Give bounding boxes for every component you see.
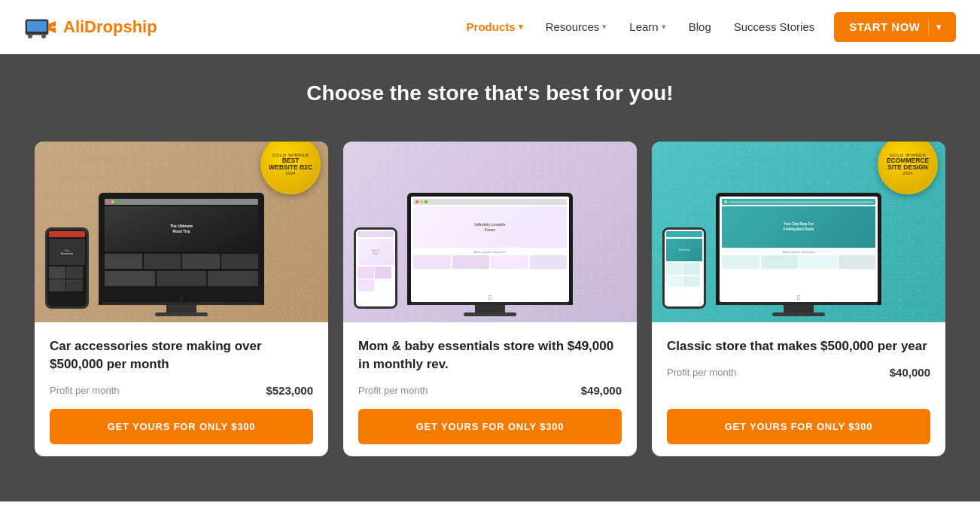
cta-button-baby[interactable]: GET YOURS FOR ONLY $300 — [358, 409, 622, 444]
products-label: Products — [467, 20, 516, 33]
nav-item-resources[interactable]: Resources ▾ — [537, 14, 616, 39]
desktop-mock-baby: Infinitely LovableFaces Most popular cat… — [407, 193, 573, 316]
desktop-screen-car: The UltimateRoad Trip — [102, 197, 260, 302]
profit-row-classic: Profit per month $40,000 — [667, 366, 930, 379]
products-chevron-icon: ▾ — [519, 22, 523, 32]
badge-year-classic: 2024 — [902, 171, 912, 175]
nav-item-learn[interactable]: Learn ▾ — [620, 14, 674, 39]
nav-item-products[interactable]: Products ▾ — [458, 14, 532, 39]
cta-button-car[interactable]: GET YOURS FOR ONLY $300 — [50, 409, 313, 444]
badge-main-classic: ECOMMERCE SITE DESIGN — [885, 157, 930, 172]
profit-label-car: Profit per month — [50, 385, 120, 396]
store-preview-baby: Mom &Baby — [343, 142, 637, 322]
nav-links: Products ▾ Resources ▾ Learn ▾ Blog Succ… — [458, 12, 956, 42]
card-body-car: Car accessories store making over $500,0… — [35, 322, 328, 456]
phone-screen-classic: Best Deals — [665, 230, 704, 306]
phone-screen-baby: Mom &Baby — [356, 230, 395, 306]
svg-rect-1 — [27, 21, 47, 32]
start-now-divider — [928, 20, 929, 35]
profit-value-baby: $49,000 — [581, 384, 622, 397]
nav-item-success-stories[interactable]: Success Stories — [725, 14, 824, 39]
start-now-button[interactable]: START NOW ▾ — [834, 12, 956, 42]
card-image-baby: Mom &Baby — [343, 142, 637, 322]
resources-chevron-icon: ▾ — [602, 22, 607, 32]
card-title-car: Car accessories store making over $500,0… — [50, 337, 313, 373]
cards-container: CarAccessories — [18, 142, 962, 456]
profit-value-car: $523,000 — [266, 384, 313, 397]
profit-value-classic: $40,000 — [890, 366, 930, 379]
apple-logo-baby:  — [488, 294, 492, 302]
cta-button-classic[interactable]: GET YOURS FOR ONLY $300 — [667, 409, 930, 444]
card-body-classic: Classic store that makes $500,000 per ye… — [652, 322, 945, 456]
desktop-mock-car: The UltimateRoad Trip — [99, 193, 264, 316]
brand-name: AliDropship — [63, 17, 157, 37]
navbar: AliDropship Products ▾ Resources ▾ Learn… — [0, 0, 980, 54]
logo-icon — [24, 14, 57, 41]
start-now-label: START NOW — [849, 20, 920, 33]
profit-label-baby: Profit per month — [358, 385, 428, 396]
card-body-baby: Mom & baby essentials store with $49,000… — [343, 322, 637, 456]
device-wrapper-baby: Mom &Baby — [343, 142, 637, 322]
card-car-accessories: CarAccessories — [35, 142, 328, 456]
phone-mock-baby: Mom &Baby — [354, 227, 397, 309]
learn-label: Learn — [629, 20, 658, 33]
logo[interactable]: AliDropship — [24, 14, 157, 41]
card-image-car: CarAccessories — [35, 142, 328, 322]
learn-chevron-icon: ▾ — [662, 22, 666, 32]
card-title-baby: Mom & baby essentials store with $49,000… — [358, 337, 622, 373]
apple-logo-classic:  — [797, 294, 800, 302]
desktop-screen-baby: Infinitely LovableFaces Most popular cat… — [411, 197, 569, 302]
card-mom-baby: Mom &Baby — [343, 142, 637, 456]
cards-section: CarAccessories — [0, 142, 980, 501]
blog-label: Blog — [689, 20, 711, 33]
profit-row-car: Profit per month $523,000 — [50, 384, 313, 397]
svg-point-2 — [28, 34, 32, 38]
profit-label-classic: Profit per month — [667, 367, 737, 378]
hero-section: Choose the store that's best for you! — [0, 54, 980, 142]
card-title-classic: Classic store that makes $500,000 per ye… — [667, 337, 930, 355]
start-now-chevron-icon: ▾ — [936, 22, 942, 32]
success-stories-label: Success Stories — [734, 20, 815, 33]
desktop-mock-classic: Your One-Stop ForFinding Best Deals Most… — [716, 193, 881, 316]
nav-item-blog[interactable]: Blog — [680, 14, 720, 39]
apple-logo-car:  — [180, 294, 183, 302]
hero-heading: Choose the store that's best for you! — [15, 81, 965, 105]
badge-year-car: 2024 — [285, 171, 295, 175]
resources-label: Resources — [546, 20, 600, 33]
phone-mock-classic: Best Deals — [662, 227, 706, 309]
phone-screen-car: CarAccessories — [47, 230, 87, 306]
card-classic: Best Deals — [652, 142, 945, 456]
svg-point-3 — [41, 34, 46, 38]
phone-mock-car: CarAccessories — [45, 227, 89, 309]
card-image-classic: Best Deals — [652, 142, 945, 322]
badge-main-car: BEST WEBSITE B2C — [268, 157, 313, 172]
desktop-screen-classic: Your One-Stop ForFinding Best Deals Most… — [720, 197, 878, 302]
profit-row-baby: Profit per month $49,000 — [358, 384, 622, 397]
